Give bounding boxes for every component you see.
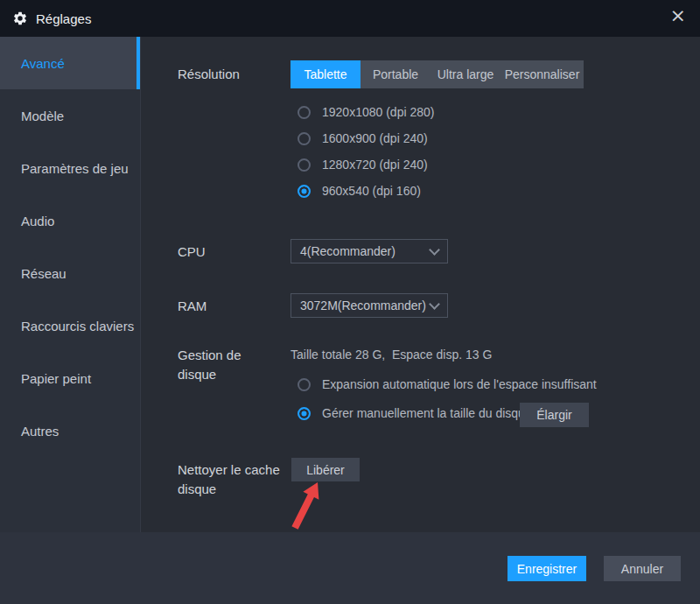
resolution-option-label: 1920x1080 (dpi 280): [322, 105, 434, 119]
close-icon[interactable]: ×: [670, 6, 686, 25]
cancel-button[interactable]: Annuler: [604, 556, 681, 581]
sidebar: Avancé Modèle Paramètres de jeu Audio Ré…: [0, 37, 141, 532]
tab-ultra-large[interactable]: Ultra large: [430, 60, 500, 88]
tab-portable[interactable]: Portable: [360, 60, 430, 88]
sidebar-item-autres[interactable]: Autres: [0, 404, 140, 457]
ram-label: RAM: [178, 297, 206, 316]
disk-option-auto-expand[interactable]: Expansion automatique lors de l'espace i…: [298, 377, 597, 391]
enlarge-button[interactable]: Élargir: [520, 403, 589, 427]
sidebar-item-avance[interactable]: Avancé: [0, 37, 140, 89]
title-bar: Réglages ×: [0, 0, 700, 37]
resolution-option-label: 1600x900 (dpi 240): [322, 131, 428, 145]
resolution-option-label: 960x540 (dpi 160): [322, 184, 421, 198]
sidebar-item-papier-peint[interactable]: Papier peint: [0, 352, 140, 404]
resolution-option-960x540[interactable]: 960x540 (dpi 160): [298, 184, 421, 198]
radio-icon: [298, 185, 311, 198]
sidebar-item-modele[interactable]: Modèle: [0, 89, 140, 142]
chevron-down-icon: [429, 244, 440, 256]
cpu-label: CPU: [178, 242, 206, 262]
resolution-tabs: Tablette Portable Ultra large Personnali…: [290, 60, 584, 88]
resolution-option-1280x720[interactable]: 1280x720 (dpi 240): [298, 158, 428, 172]
save-button[interactable]: Enregistrer: [508, 556, 586, 581]
cpu-dropdown[interactable]: 4(Recommander): [290, 239, 448, 263]
disk-management-label: Gestion de disque: [178, 346, 283, 384]
annotation-arrow-icon: [286, 481, 323, 530]
chevron-down-icon: [429, 298, 440, 310]
radio-icon: [298, 106, 311, 119]
resolution-option-1600x900[interactable]: 1600x900 (dpi 240): [298, 131, 428, 145]
disk-size-info: Taille totale 28 G, Espace disp. 13 G: [290, 348, 492, 362]
resolution-label: Résolution: [178, 65, 240, 84]
resolution-option-1920x1080[interactable]: 1920x1080 (dpi 280): [298, 105, 434, 119]
sidebar-item-reseau[interactable]: Réseau: [0, 247, 140, 299]
cpu-dropdown-value: 4(Recommander): [300, 244, 396, 258]
footer-bar: [0, 532, 700, 604]
resolution-option-label: 1280x720 (dpi 240): [322, 158, 428, 172]
radio-icon: [298, 158, 311, 172]
free-cache-button[interactable]: Libérer: [291, 458, 360, 481]
ram-dropdown-value: 3072M(Recommander): [300, 298, 426, 313]
tab-personnaliser[interactable]: Personnaliser: [500, 60, 584, 88]
tab-tablette[interactable]: Tablette: [290, 60, 360, 88]
window-title: Réglages: [36, 11, 91, 26]
settings-window: Réglages × Avancé Modèle Paramètres de j…: [0, 0, 700, 604]
sidebar-item-parametres-de-jeu[interactable]: Paramètres de jeu: [0, 142, 140, 194]
radio-icon: [298, 132, 311, 145]
radio-icon: [298, 378, 311, 391]
disk-option-label: Expansion automatique lors de l'espace i…: [322, 377, 597, 391]
radio-icon: [298, 407, 311, 420]
sidebar-item-audio[interactable]: Audio: [0, 194, 140, 247]
disk-option-manual[interactable]: Gérer manuellement la taille du disque: [298, 406, 532, 420]
ram-dropdown[interactable]: 3072M(Recommander): [290, 293, 448, 318]
clean-cache-label: Nettoyer le cache disque: [178, 460, 291, 499]
gear-icon: [12, 11, 28, 26]
sidebar-item-raccourcis-claviers[interactable]: Raccourcis claviers: [0, 299, 140, 352]
disk-option-label: Gérer manuellement la taille du disque: [322, 406, 532, 420]
